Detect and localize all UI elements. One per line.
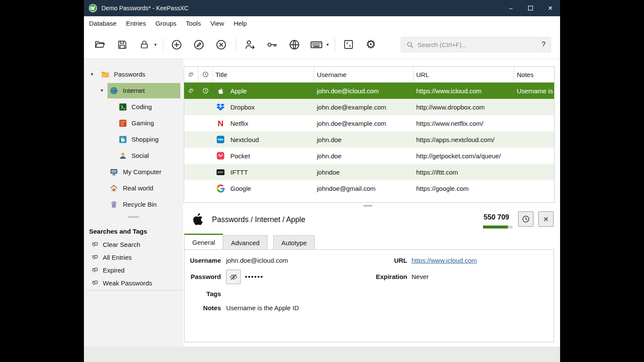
password-generator-button[interactable] [340,36,357,53]
edit-entry-button[interactable] [191,36,207,53]
menu-help[interactable]: Help [229,16,251,30]
copy-username-icon [244,39,256,50]
sidebar-item-real-world[interactable]: Real world [84,180,183,196]
keepassxc-logo-icon [88,3,98,13]
header-username[interactable]: Username [314,67,414,82]
tab-autotype[interactable]: Autotype [273,235,315,249]
copy-username-button[interactable] [242,36,258,53]
header-expiry[interactable] [198,67,213,82]
title-cell: IFTTT IFTTT [213,164,314,180]
close-preview-button[interactable]: ✕ [538,211,554,227]
clock-icon [202,71,209,78]
search-input[interactable] [417,41,538,48]
lock-icon [139,39,149,50]
header-url[interactable]: URL [414,67,514,82]
autotype-button[interactable] [308,36,325,53]
menu-tools[interactable]: Tools [181,16,206,30]
search-item-expired[interactable]: Expired [84,264,183,277]
sidebar-item-recycle-bin[interactable]: Recycle Bin [84,196,183,213]
group-tree: ▼ Passwords ▼ Internet [84,66,183,213]
delete-entry-button[interactable] [213,36,229,53]
gear-icon: ⚙ [366,39,376,50]
add-entry-button[interactable] [168,36,185,53]
sidebar-splitter-handle[interactable] [128,216,139,218]
window-title: Demo Passwords* - KeePassXC [101,5,188,12]
history-button[interactable] [518,211,534,227]
expand-arrow-icon[interactable]: ▼ [90,66,94,83]
table-row-dropbox[interactable]: Dropbox john.doe@example.com http://www.… [184,99,554,115]
home-icon [110,184,118,193]
menu-database[interactable]: Database [84,16,121,30]
sidebar-item-coding[interactable]: Coding [84,99,183,115]
saved-search-icon [92,267,99,275]
close-button[interactable]: ✕ [540,0,560,16]
main-panel: Title Username URL Notes [183,59,560,347]
trash-icon [110,200,118,209]
header-notes[interactable]: Notes [514,67,554,82]
open-database-button[interactable] [92,36,108,53]
search-item-clear-search[interactable]: Clear Search [84,238,183,251]
save-database-button[interactable] [114,36,130,53]
copy-password-button[interactable] [264,36,280,53]
table-row-ifttt[interactable]: IFTTT IFTTT johndoe https://ifttt.com [184,164,554,180]
tab-general[interactable]: General [184,234,223,249]
add-entry-icon [171,39,182,50]
password-masked: •••••• [245,273,264,280]
search-item-weak-passwords[interactable]: Weak Passwords [84,277,183,290]
reveal-password-button[interactable] [226,270,241,284]
table-row-apple[interactable]: Apple john.doe@icloud.com https://www.ic… [184,83,554,99]
open-folder-icon [94,39,105,50]
toolbar-separator [163,38,163,51]
lock-database-button[interactable] [136,36,152,53]
menubar: Database Entries Groups Tools View Help [84,16,560,30]
menu-groups[interactable]: Groups [151,16,181,30]
title-cell: Nextcloud [213,131,314,148]
search-item-all-entries[interactable]: All Entries [84,251,183,264]
sidebar-item-social[interactable]: Social [84,148,183,164]
open-url-button[interactable] [286,36,302,53]
expand-arrow-icon[interactable]: ▼ [100,83,104,99]
netflix-icon: N [216,119,225,128]
url-link[interactable]: https://www.icloud.com [411,257,477,264]
panel-splitter-handle[interactable] [363,205,373,207]
password-label: Password [185,273,221,280]
url-cell: http://www.dropbox.com [414,99,514,115]
table-row-netflix[interactable]: N Netflix john.doe@example.com https://w… [184,115,554,131]
saved-searches-list: Clear Search All Entries Expired Weak Pa… [84,238,183,290]
username-cell: john.doe [314,131,414,148]
header-title[interactable]: Title [213,67,314,82]
sidebar-item-shopping[interactable]: Shopping [84,131,183,148]
screen: Demo Passwords* - KeePassXC – ✕ Database… [0,0,644,362]
toolbar-separator [236,38,236,51]
toolbar: ▾ ▾ [84,30,560,59]
progress-fill [483,226,508,228]
notes-cell [514,99,554,115]
sidebar-item-internet[interactable]: ▼ Internet [84,83,183,99]
sidebar-item-my-computer[interactable]: My Computer [84,164,183,180]
menu-view[interactable]: View [206,16,229,30]
pocket-icon [216,151,225,160]
notes-value: Username is the Apple ID [226,304,299,312]
lock-dropdown[interactable]: ▾ [152,42,158,47]
ifttt-icon: IFTTT [216,168,225,176]
sidebar-item-gaming[interactable]: Gaming [84,115,183,131]
tab-advanced[interactable]: Advanced [223,235,268,249]
sidebar-item-passwords[interactable]: ▼ Passwords [84,66,183,83]
table-row-google[interactable]: Google johndoe@gmail.com https://google.… [184,180,554,196]
globe-icon [110,86,118,95]
url-cell: http://getpocket.com/a/queue/ [414,148,514,164]
autotype-dropdown[interactable]: ▾ [325,42,331,47]
header-attachment[interactable] [184,67,198,82]
apple-icon-large [190,211,206,227]
notes-cell [514,131,554,148]
help-icon[interactable]: ? [542,41,546,48]
table-row-nextcloud[interactable]: Nextcloud john.doe https://apps.nextclou… [184,131,554,148]
maximize-button[interactable] [521,0,540,16]
settings-button[interactable]: ⚙ [363,36,379,53]
notes-cell: Username is t [514,83,554,99]
minimize-button[interactable]: – [501,0,521,16]
progress-bar [483,226,513,228]
searches-and-tags-title: Searches and Tags [89,228,147,235]
table-row-pocket[interactable]: Pocket john.doe http://getpocket.com/a/q… [184,148,554,164]
menu-entries[interactable]: Entries [121,16,151,30]
